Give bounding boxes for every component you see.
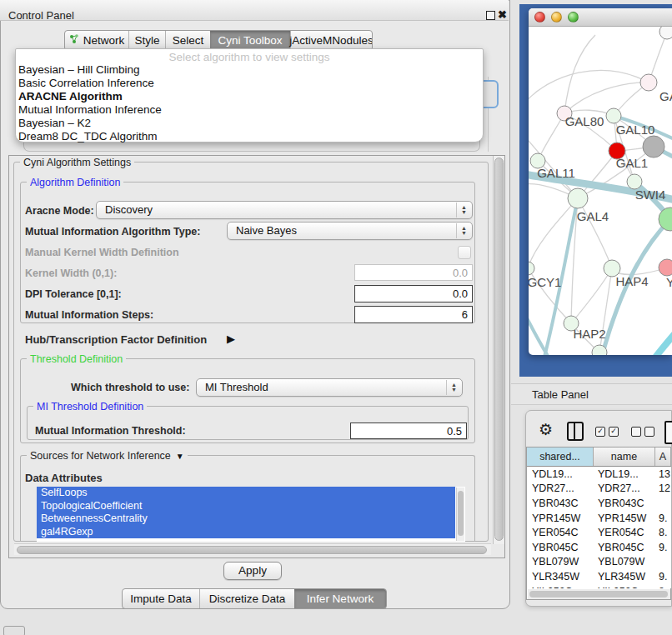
network-node-label: HAP4 (615, 274, 648, 288)
table-row[interactable]: YBR043CYBR043C (527, 496, 671, 511)
aracne-mode-select[interactable]: Discovery ▲▼ (96, 201, 473, 219)
network-edge[interactable] (538, 113, 564, 161)
table-row[interactable]: YBR045CYBR045C9. (527, 540, 671, 555)
scrollbar-thumb[interactable] (458, 491, 464, 536)
kernel-width-label: Kernel Width (0,1): (25, 268, 117, 279)
spinner-arrows-icon: ▲▼ (446, 380, 461, 395)
algorithm-option[interactable]: Bayesian – K2 (16, 117, 483, 130)
table-body: YDL19...YDL19...13YDR27...YDR27...12YBR0… (527, 467, 671, 588)
attribute-list-item[interactable]: BetweennessCentrality (37, 512, 455, 526)
which-threshold-value: MI Threshold (205, 381, 268, 393)
table-cell: YPR145W (594, 512, 655, 524)
mi-steps-field[interactable]: 6 (354, 306, 473, 323)
sources-title[interactable]: Sources for Network Inference▼ (27, 450, 188, 462)
unchecked-checkbox-icon[interactable] (644, 427, 654, 437)
table-cell: 8 (655, 586, 671, 588)
algorithm-option[interactable]: Dream8 DC_TDC Algorithm (16, 130, 483, 143)
attribute-list-item[interactable]: SelfLoops (37, 487, 455, 500)
tab-cyni-toolbox[interactable]: Cyni Toolbox (210, 31, 290, 50)
algorithm-option[interactable]: Bayesian – Hill Climbing (16, 63, 483, 77)
algorithm-option[interactable]: ARACNE Algorithm (16, 90, 483, 103)
network-node[interactable] (640, 74, 657, 91)
scrollbar-thumb[interactable] (529, 591, 668, 598)
algorithm-option[interactable]: Mutual Information Inference (16, 103, 483, 117)
dpi-tolerance-field[interactable]: 0.0 (354, 285, 473, 302)
network-window-titlebar[interactable] (529, 8, 672, 27)
table-row[interactable]: YLR345WYLR345W9. (527, 569, 671, 584)
scrollbar-thumb[interactable] (17, 546, 487, 554)
manual-kernel-checkbox[interactable] (458, 246, 471, 259)
list-vertical-scrollbar[interactable] (456, 488, 464, 541)
zoom-traffic-light-icon[interactable] (568, 12, 579, 22)
tab-select[interactable]: Select (165, 31, 210, 50)
table-cell: 9. (655, 571, 671, 582)
tab-discretize-data[interactable]: Discretize Data (199, 589, 294, 608)
table-row[interactable]: YDL19...YDL19...13 (527, 467, 671, 482)
network-edge-highlighted[interactable] (652, 323, 672, 355)
gear-icon[interactable]: ⚙ (539, 420, 553, 439)
table-row[interactable]: YER054CYER054C8. (527, 525, 671, 540)
table-row[interactable]: YIL052CYIL052C8 (527, 584, 671, 588)
network-edge[interactable] (529, 70, 649, 106)
network-node[interactable] (659, 259, 672, 276)
checked-checkbox-icon[interactable]: ✓ (595, 427, 605, 437)
close-traffic-light-icon[interactable] (534, 12, 545, 22)
hub-definition-expander[interactable]: Hub/Transcription Factor Definition (25, 333, 207, 346)
tab-network[interactable]: Network (65, 31, 128, 50)
expander-arrow-icon[interactable]: ▶ (227, 332, 235, 345)
network-node[interactable] (659, 27, 672, 39)
columns-icon[interactable] (567, 422, 584, 441)
cyni-settings-title: Cyni Algorithm Settings (20, 157, 134, 168)
column-header[interactable]: name (594, 448, 655, 466)
network-node-label: GAL10 (616, 122, 655, 137)
which-threshold-select[interactable]: MI Threshold ▲▼ (196, 378, 463, 397)
kernel-width-field[interactable]: 0.0 (354, 264, 473, 281)
collapsed-panel-button[interactable] (3, 626, 25, 635)
mi-type-select[interactable]: Naive Bayes ▲▼ (227, 222, 473, 240)
network-edge[interactable] (571, 268, 612, 323)
column-header[interactable]: A (655, 448, 671, 466)
network-canvas[interactable]: GALGAL80GAL10GAL1GAL11SWI4GAL4GCY1HAP4YH… (529, 27, 672, 355)
apply-button[interactable]: Apply (223, 562, 282, 580)
table-cell: YBR045C (594, 542, 655, 553)
tab-impute-data[interactable]: Impute Data (123, 589, 199, 608)
column-header[interactable]: shared... (527, 448, 594, 466)
float-window-icon[interactable] (486, 11, 495, 20)
table-cell: 12 (655, 482, 671, 494)
network-node[interactable] (568, 188, 588, 208)
network-node[interactable] (606, 108, 621, 123)
minimize-traffic-light-icon[interactable] (551, 12, 562, 22)
table-row[interactable]: YDR27...YDR27...12 (527, 482, 671, 497)
tab-style[interactable]: Style (128, 31, 165, 50)
vertical-scrollbar[interactable] (493, 156, 504, 544)
attribute-list-item[interactable]: TopologicalCoefficient (37, 500, 455, 513)
horizontal-scrollbar[interactable] (14, 543, 491, 555)
control-panel-title: Control Panel (8, 9, 74, 22)
tab-infer-network[interactable]: Infer Network (294, 589, 386, 608)
tab-label: Style (134, 34, 159, 47)
mi-threshold-field[interactable]: 0.5 (350, 422, 467, 439)
table-cell: YER054C (527, 527, 594, 538)
network-node[interactable] (529, 262, 534, 275)
data-attributes-list[interactable]: SelfLoopsTopologicalCoefficientBetweenne… (37, 487, 465, 542)
tab-jactivemnodules[interactable]: jActiveMNodules (290, 31, 372, 50)
mi-threshold-label: Mutual Information Threshold: (35, 425, 186, 437)
algorithm-option[interactable]: Basic Correlation Inference (16, 77, 483, 90)
unchecked-checkbox-icon[interactable] (631, 427, 641, 437)
attribute-list-item[interactable]: gal4RGexp (37, 526, 455, 539)
document-icon[interactable] (664, 421, 672, 444)
network-edge[interactable] (564, 82, 649, 113)
collapse-arrow-icon[interactable]: ▼ (176, 452, 184, 461)
table-cell: YBR045C (527, 542, 594, 553)
table-horizontal-scrollbar[interactable] (528, 589, 670, 599)
network-node[interactable] (643, 136, 664, 158)
table-cell: YIL052C (527, 586, 594, 588)
algorithm-dropdown-list: Select algorithm to view settings Bayesi… (15, 48, 484, 142)
scrollbar-thumb[interactable] (494, 158, 504, 541)
table-row[interactable]: YPR145WYPR145W9. (527, 511, 671, 526)
close-icon[interactable]: ✖ (498, 8, 507, 21)
table-row[interactable]: YBL079WYBL079W (527, 555, 671, 570)
checked-checkbox-icon[interactable]: ✓ (609, 427, 619, 437)
table-cell: YLR345W (527, 571, 594, 582)
network-node-label: GAL1 (616, 156, 648, 170)
